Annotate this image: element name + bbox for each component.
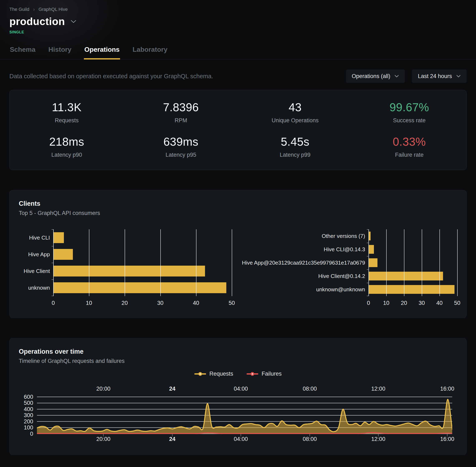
clients-card-subtitle: Top 5 - GraphQL API consumers	[19, 210, 457, 216]
stat-success-rate: 99.67% Success rate	[352, 101, 466, 124]
bar-row	[369, 243, 457, 256]
clients-bar-chart[interactable]: Hive CLIHive AppHive Clientunknown010203…	[19, 229, 232, 307]
tab-operations[interactable]: Operations	[84, 46, 120, 59]
bar[interactable]	[369, 258, 377, 267]
breadcrumb-org[interactable]: The Guild	[9, 7, 29, 12]
gridline	[232, 229, 232, 296]
y-tick-label: 100	[24, 424, 33, 431]
y-tick-label: 400	[24, 406, 33, 412]
x-tick-label: 0	[367, 300, 370, 306]
page-title: production	[9, 15, 65, 27]
gridline	[89, 229, 89, 296]
chevron-down-icon	[394, 75, 399, 78]
stat-value: 11.3K	[10, 101, 124, 114]
stat-value: 43	[238, 101, 352, 114]
operations-card-title: Operations over time	[19, 348, 457, 355]
timeline-chart[interactable]: 010020030040050060020:0020:00242404:0004…	[19, 383, 457, 444]
bar-plot-area	[53, 229, 232, 296]
x-tick-label: 30	[419, 300, 425, 306]
stat-label: Requests	[10, 117, 124, 124]
gridline	[386, 229, 387, 296]
bar-category-label: Hive App@20e3129caa921c35e9979631e17a067…	[236, 256, 369, 269]
x-tick-label-top: 12:00	[371, 386, 385, 392]
bar-row	[53, 229, 232, 246]
axis-tick	[52, 296, 53, 296]
x-axis-ticks: 01020304050	[369, 296, 457, 307]
bar-category-labels: Hive CLIHive AppHive Clientunknown	[19, 229, 53, 307]
chevron-down-icon[interactable]	[70, 20, 77, 23]
x-tick-label-bottom: 04:00	[234, 436, 248, 442]
x-tick-label: 20	[121, 300, 128, 306]
legend-item-requests[interactable]: Requests	[194, 371, 233, 377]
failures-legend-marker-icon	[247, 373, 258, 375]
operations-filter-select[interactable]: Operations (all)	[346, 69, 405, 83]
operations-card-subtitle: Timeline of GraphQL requests and failure…	[19, 358, 457, 364]
gridline	[404, 229, 404, 296]
y-tick-label: 500	[24, 400, 33, 406]
stat-label: Latency p99	[238, 152, 352, 158]
stat-value: 7.8396	[124, 101, 238, 114]
x-tick-label: 20	[401, 300, 407, 306]
breadcrumb-project[interactable]: GraphQL Hive	[39, 7, 68, 12]
bar-row	[53, 246, 232, 263]
x-tick-label: 0	[52, 300, 55, 306]
filters: Operations (all) Last 24 hours	[346, 69, 467, 83]
gridline	[125, 229, 125, 296]
stat-latency-p90: 218ms Latency p90	[10, 135, 124, 158]
axis-tick	[367, 283, 369, 283]
stat-label: Success rate	[352, 117, 466, 124]
bar[interactable]	[369, 272, 443, 280]
gridline	[160, 229, 161, 296]
period-filter-value: Last 24 hours	[418, 73, 452, 79]
requests-area	[37, 399, 452, 434]
bar-plot-area	[369, 229, 457, 296]
x-tick-label-bottom: 12:00	[371, 436, 385, 442]
clients-card-title: Clients	[19, 200, 457, 208]
chevron-down-icon	[456, 75, 461, 78]
bar[interactable]	[53, 282, 226, 293]
bar-row	[53, 279, 232, 296]
axis-tick	[367, 243, 369, 243]
bar-row	[369, 269, 457, 283]
stat-rpm: 7.8396 RPM	[124, 101, 238, 124]
tab-history[interactable]: History	[48, 46, 72, 59]
stat-value: 218ms	[10, 135, 124, 148]
client-versions-bar-chart[interactable]: Other versions (7)Hive CLI@0.14.3Hive Ap…	[236, 229, 457, 307]
stat-requests: 11.3K Requests	[10, 101, 124, 124]
x-tick-label: 40	[193, 300, 199, 306]
stat-failure-rate: 0.33% Failure rate	[352, 135, 466, 158]
x-tick-label: 10	[86, 300, 92, 306]
x-tick-label-top: 20:00	[96, 386, 110, 392]
tab-laboratory[interactable]: Laboratory	[132, 46, 168, 59]
tab-schema[interactable]: Schema	[9, 46, 36, 59]
legend-label: Failures	[262, 371, 282, 377]
x-tick-label-bottom: 08:00	[303, 436, 317, 442]
bar[interactable]	[369, 245, 374, 254]
stat-label: RPM	[124, 117, 238, 124]
bar-category-label: Hive CLI@0.14.3	[236, 243, 369, 256]
timeline-legend: Requests Failures	[19, 371, 457, 377]
stat-label: Unique Operations	[238, 117, 352, 124]
x-tick-label: 50	[454, 300, 460, 306]
bar[interactable]	[53, 266, 205, 276]
bar-category-label: Other versions (7)	[236, 229, 369, 243]
clients-charts-row: Hive CLIHive AppHive Clientunknown010203…	[19, 229, 457, 307]
y-tick-label: 0	[30, 431, 33, 437]
y-tick-label: 600	[24, 394, 33, 400]
x-tick-label-bottom: 24	[169, 436, 175, 442]
bar[interactable]	[53, 249, 73, 260]
stat-latency-p99: 5.45s Latency p99	[238, 135, 352, 158]
x-tick-label-bottom: 20:00	[96, 436, 110, 442]
x-tick-label-top: 16:00	[440, 386, 454, 392]
bar[interactable]	[53, 232, 64, 243]
x-tick-label-bottom: 16:00	[440, 436, 454, 442]
axis-tick	[52, 246, 53, 246]
axis-tick	[52, 263, 53, 263]
y-axis-line	[53, 229, 54, 296]
axis-tick	[367, 229, 369, 230]
bar[interactable]	[369, 285, 454, 294]
legend-item-failures[interactable]: Failures	[247, 371, 282, 377]
bar-category-label: unknown@unknown	[236, 283, 369, 296]
period-filter-select[interactable]: Last 24 hours	[412, 69, 467, 83]
toolbar: Data collected based on operation execut…	[9, 69, 467, 83]
